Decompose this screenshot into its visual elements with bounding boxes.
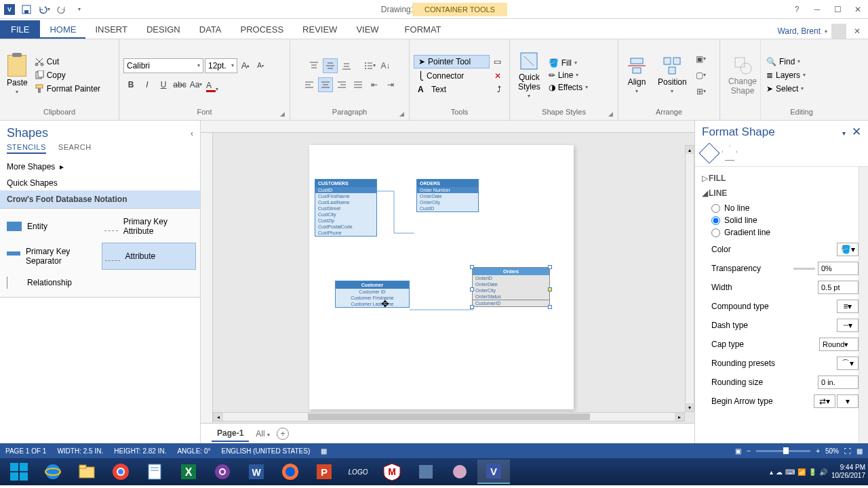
position-button[interactable]: Position▾: [654, 54, 691, 96]
redo-icon[interactable]: [54, 2, 69, 17]
shrink-font-button[interactable]: A▾: [254, 59, 267, 73]
italic-button[interactable]: I: [140, 77, 155, 92]
shape-pk-attribute[interactable]: Primary Key Attribute: [102, 213, 197, 240]
rectangle-tool-button[interactable]: ▭: [490, 55, 505, 68]
taskbar-logo-icon[interactable]: LOGO: [342, 460, 374, 484]
tray-onedrive-icon[interactable]: ☁: [776, 468, 783, 476]
grow-font-button[interactable]: A▴: [239, 59, 252, 73]
format-panel-scrollbar[interactable]: [859, 167, 868, 443]
tab-design[interactable]: DESIGN: [137, 20, 190, 39]
change-case-button[interactable]: Aa▾: [189, 77, 203, 92]
effects-button[interactable]: ◑Effects▾: [547, 82, 589, 93]
undo-icon[interactable]: ▾: [37, 2, 52, 17]
group-button[interactable]: ⊞▾: [694, 84, 709, 99]
underline-button[interactable]: U: [156, 77, 171, 92]
align-bottom-button[interactable]: [339, 58, 354, 73]
connector-tool-button[interactable]: ⎩Connector: [414, 70, 490, 82]
cap-type-picker[interactable]: Round▾: [819, 338, 859, 351]
user-name[interactable]: Ward, Brent: [777, 26, 821, 36]
dash-type-picker[interactable]: ┄▾: [837, 319, 859, 332]
tray-keyboard-icon[interactable]: ⌨: [785, 468, 795, 476]
collapse-shapes-icon[interactable]: ‹: [191, 129, 193, 138]
all-pages-button[interactable]: All ▾: [256, 429, 270, 439]
align-left-button[interactable]: [302, 77, 317, 92]
font-color-button[interactable]: A▾: [205, 77, 220, 92]
zoom-slider[interactable]: [756, 450, 810, 452]
transparency-input[interactable]: 0%: [818, 262, 859, 275]
fill-button[interactable]: 🪣Fill▾: [547, 58, 589, 68]
begin-arrow-size-picker[interactable]: ▾: [837, 394, 859, 408]
taskbar-visio-icon[interactable]: V: [477, 460, 510, 484]
maximize-icon[interactable]: ☐: [827, 0, 848, 19]
entity-customer2[interactable]: Customer Customer ID Customer Firstname …: [335, 281, 410, 308]
solid-line-radio[interactable]: Solid line: [711, 214, 868, 226]
line-button[interactable]: ✏Line▾: [547, 70, 589, 81]
close-doc-icon[interactable]: ✕: [850, 24, 864, 38]
layers-button[interactable]: ≣Layers▾: [765, 70, 807, 81]
zoom-out-button[interactable]: −: [747, 447, 751, 455]
zoom-level[interactable]: 50%: [825, 447, 839, 455]
start-button[interactable]: [3, 460, 35, 484]
stencils-tab[interactable]: STENCILS: [7, 143, 46, 154]
taskbar-chrome-icon[interactable]: [104, 460, 137, 484]
effects-tab-icon[interactable]: [722, 146, 737, 161]
align-center-button[interactable]: [318, 77, 333, 92]
entity-orders2[interactable]: Orders OrderID OrderDate OrderCity Order…: [472, 267, 550, 307]
font-dialog-launcher-icon[interactable]: ◢: [280, 110, 288, 119]
bullets-button[interactable]: ▾: [362, 58, 377, 73]
font-size-combo[interactable]: 12pt.▾: [205, 58, 237, 73]
shape-pk-separator[interactable]: Primary Key Separator: [4, 243, 99, 270]
align-top-button[interactable]: [307, 58, 321, 73]
canvas-horizontal-scrollbar[interactable]: ◂ ▸: [213, 412, 685, 422]
transparency-slider[interactable]: [793, 268, 815, 270]
connection-point-button[interactable]: ⤴: [493, 83, 505, 96]
taskbar-ie-icon[interactable]: [37, 460, 69, 484]
increase-indent-button[interactable]: ⇥: [383, 77, 398, 92]
help-icon[interactable]: ?: [787, 0, 807, 19]
tab-review[interactable]: REVIEW: [293, 20, 347, 39]
zoom-in-button[interactable]: +: [816, 447, 820, 455]
no-line-radio[interactable]: No line: [711, 202, 868, 214]
fit-page-icon[interactable]: ⛶: [844, 447, 851, 455]
status-language[interactable]: ENGLISH (UNITED STATES): [221, 447, 310, 455]
status-page[interactable]: PAGE 1 OF 1: [5, 447, 46, 455]
shape-attribute[interactable]: Attribute: [102, 243, 197, 270]
send-back-button[interactable]: ▢▾: [694, 68, 709, 83]
canvas-vertical-scrollbar[interactable]: ▴ ▾: [685, 145, 694, 412]
tab-data[interactable]: DATA: [190, 20, 231, 39]
align-middle-button[interactable]: [323, 58, 338, 73]
presentation-mode-icon[interactable]: ▣: [735, 447, 741, 455]
fill-section-header[interactable]: ▷FILL: [702, 171, 868, 186]
file-tab[interactable]: FILE: [0, 20, 40, 39]
cut-button[interactable]: Cut: [33, 56, 102, 67]
taskbar-mcafee-icon[interactable]: M: [376, 460, 408, 484]
more-shapes-button[interactable]: More Shapes ▸: [0, 158, 200, 176]
justify-button[interactable]: [351, 77, 366, 92]
line-section-header[interactable]: ◢LINE: [702, 186, 868, 201]
quick-shapes-button[interactable]: Quick Shapes: [0, 176, 200, 190]
paste-button[interactable]: Paste ▾: [4, 52, 31, 98]
tab-format[interactable]: FORMAT: [395, 20, 451, 39]
taskbar-powerpoint-icon[interactable]: P: [308, 460, 340, 484]
delete-connector-button[interactable]: ✕: [490, 70, 505, 82]
taskbar-word-icon[interactable]: W: [240, 460, 273, 484]
tab-home[interactable]: HOME: [40, 20, 85, 39]
bring-front-button[interactable]: ▣▾: [694, 52, 709, 66]
line-color-picker[interactable]: 🪣▾: [837, 243, 859, 256]
line-width-input[interactable]: 0.5 pt: [818, 281, 859, 294]
pointer-tool-button[interactable]: ➤Pointer Tool: [414, 55, 490, 68]
shape-entity[interactable]: Entity: [4, 213, 99, 240]
find-button[interactable]: 🔍Find▾: [765, 56, 807, 67]
macro-recorder-icon[interactable]: ▦: [321, 447, 327, 455]
rounding-size-input[interactable]: 0 in.: [818, 375, 859, 389]
add-page-button[interactable]: +: [277, 428, 289, 440]
taskbar-clock[interactable]: 9:44 PM 10/26/2017: [831, 464, 865, 480]
switch-windows-icon[interactable]: ▦: [856, 447, 863, 455]
active-stencil[interactable]: Crow's Foot Database Notation: [0, 190, 200, 208]
tray-battery-icon[interactable]: 🔋: [808, 468, 816, 476]
tab-insert[interactable]: INSERT: [85, 20, 136, 39]
copy-button[interactable]: Copy: [33, 70, 102, 81]
task-pane-options-icon[interactable]: ▾: [842, 129, 846, 137]
page-tab-1[interactable]: Page-1: [212, 426, 249, 442]
save-icon[interactable]: [19, 2, 34, 17]
